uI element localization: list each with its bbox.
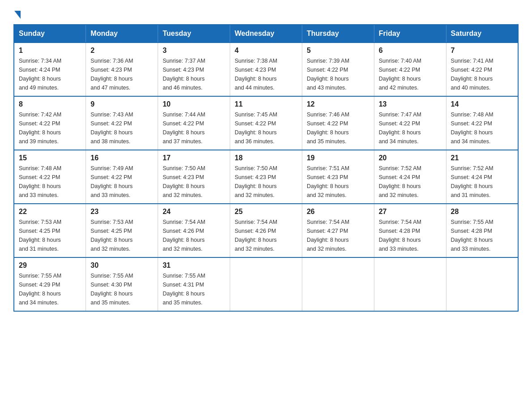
calendar-cell: 28 Sunrise: 7:55 AM Sunset: 4:28 PM Dayl…: [446, 204, 518, 257]
calendar-cell: 14 Sunrise: 7:48 AM Sunset: 4:22 PM Dayl…: [446, 96, 518, 150]
day-number: 19: [307, 154, 369, 162]
day-number: 30: [90, 261, 153, 270]
day-info: Sunrise: 7:52 AM Sunset: 4:24 PM Dayligh…: [451, 164, 513, 200]
calendar-cell: [230, 257, 302, 311]
day-number: 27: [379, 208, 442, 216]
calendar-header-tuesday: Tuesday: [158, 25, 230, 43]
calendar-cell: 3 Sunrise: 7:37 AM Sunset: 4:23 PM Dayli…: [158, 43, 230, 96]
calendar-header-saturday: Saturday: [446, 25, 518, 43]
calendar-cell: 27 Sunrise: 7:54 AM Sunset: 4:28 PM Dayl…: [374, 204, 446, 257]
calendar-cell: 13 Sunrise: 7:47 AM Sunset: 4:22 PM Dayl…: [374, 96, 446, 150]
calendar-header-friday: Friday: [374, 25, 446, 43]
calendar-cell: 1 Sunrise: 7:34 AM Sunset: 4:24 PM Dayli…: [14, 43, 86, 96]
day-number: 16: [90, 154, 153, 162]
calendar-cell: 21 Sunrise: 7:52 AM Sunset: 4:24 PM Dayl…: [446, 150, 518, 204]
calendar-cell: 9 Sunrise: 7:43 AM Sunset: 4:22 PM Dayli…: [86, 96, 158, 150]
day-info: Sunrise: 7:46 AM Sunset: 4:22 PM Dayligh…: [307, 110, 369, 146]
day-info: Sunrise: 7:54 AM Sunset: 4:27 PM Dayligh…: [307, 218, 369, 253]
day-info: Sunrise: 7:51 AM Sunset: 4:23 PM Dayligh…: [307, 164, 369, 200]
day-number: 5: [307, 47, 369, 55]
calendar-cell: 10 Sunrise: 7:44 AM Sunset: 4:22 PM Dayl…: [158, 96, 230, 150]
day-info: Sunrise: 7:41 AM Sunset: 4:22 PM Dayligh…: [451, 56, 513, 92]
day-number: 18: [235, 154, 297, 162]
day-info: Sunrise: 7:39 AM Sunset: 4:22 PM Dayligh…: [307, 56, 369, 92]
calendar-header-thursday: Thursday: [302, 25, 374, 43]
calendar-cell: 8 Sunrise: 7:42 AM Sunset: 4:22 PM Dayli…: [14, 96, 86, 150]
calendar-header-sunday: Sunday: [14, 25, 86, 43]
day-info: Sunrise: 7:54 AM Sunset: 4:26 PM Dayligh…: [163, 218, 225, 253]
day-info: Sunrise: 7:40 AM Sunset: 4:22 PM Dayligh…: [379, 56, 442, 92]
calendar-cell: 2 Sunrise: 7:36 AM Sunset: 4:23 PM Dayli…: [86, 43, 158, 96]
day-info: Sunrise: 7:50 AM Sunset: 4:23 PM Dayligh…: [163, 164, 225, 200]
day-info: Sunrise: 7:53 AM Sunset: 4:25 PM Dayligh…: [19, 218, 81, 253]
calendar-cell: 31 Sunrise: 7:55 AM Sunset: 4:31 PM Dayl…: [158, 257, 230, 311]
calendar-cell: 7 Sunrise: 7:41 AM Sunset: 4:22 PM Dayli…: [446, 43, 518, 96]
day-number: 12: [307, 100, 369, 108]
day-number: 11: [235, 100, 297, 108]
calendar-cell: 16 Sunrise: 7:49 AM Sunset: 4:22 PM Dayl…: [86, 150, 158, 204]
calendar-cell: 11 Sunrise: 7:45 AM Sunset: 4:22 PM Dayl…: [230, 96, 302, 150]
day-number: 3: [163, 47, 225, 55]
day-number: 22: [19, 208, 81, 216]
calendar-cell: [374, 257, 446, 311]
calendar-week-row: 22 Sunrise: 7:53 AM Sunset: 4:25 PM Dayl…: [14, 204, 518, 257]
page-header: [13, 9, 519, 16]
day-info: Sunrise: 7:48 AM Sunset: 4:22 PM Dayligh…: [451, 110, 513, 146]
day-number: 10: [163, 100, 225, 108]
day-number: 13: [379, 100, 442, 108]
day-info: Sunrise: 7:54 AM Sunset: 4:28 PM Dayligh…: [379, 218, 442, 253]
calendar-cell: 17 Sunrise: 7:50 AM Sunset: 4:23 PM Dayl…: [158, 150, 230, 204]
calendar-cell: 30 Sunrise: 7:55 AM Sunset: 4:30 PM Dayl…: [86, 257, 158, 311]
calendar-header-row: SundayMondayTuesdayWednesdayThursdayFrid…: [14, 25, 518, 43]
day-info: Sunrise: 7:47 AM Sunset: 4:22 PM Dayligh…: [379, 110, 442, 146]
calendar-cell: 4 Sunrise: 7:38 AM Sunset: 4:23 PM Dayli…: [230, 43, 302, 96]
calendar-cell: 12 Sunrise: 7:46 AM Sunset: 4:22 PM Dayl…: [302, 96, 374, 150]
day-number: 14: [451, 100, 513, 108]
day-number: 26: [307, 208, 369, 216]
day-number: 15: [19, 154, 81, 162]
day-info: Sunrise: 7:36 AM Sunset: 4:23 PM Dayligh…: [90, 56, 153, 92]
day-number: 20: [379, 154, 442, 162]
day-info: Sunrise: 7:37 AM Sunset: 4:23 PM Dayligh…: [163, 56, 225, 92]
day-number: 1: [19, 47, 81, 55]
day-info: Sunrise: 7:42 AM Sunset: 4:22 PM Dayligh…: [19, 110, 81, 146]
day-info: Sunrise: 7:55 AM Sunset: 4:30 PM Dayligh…: [90, 271, 153, 307]
day-info: Sunrise: 7:55 AM Sunset: 4:28 PM Dayligh…: [451, 218, 513, 253]
calendar-cell: 22 Sunrise: 7:53 AM Sunset: 4:25 PM Dayl…: [14, 204, 86, 257]
calendar-cell: 26 Sunrise: 7:54 AM Sunset: 4:27 PM Dayl…: [302, 204, 374, 257]
calendar-week-row: 15 Sunrise: 7:48 AM Sunset: 4:22 PM Dayl…: [14, 150, 518, 204]
calendar-week-row: 29 Sunrise: 7:55 AM Sunset: 4:29 PM Dayl…: [14, 257, 518, 311]
day-number: 31: [163, 261, 225, 270]
day-number: 2: [90, 47, 153, 55]
logo: [13, 9, 21, 16]
calendar-table: SundayMondayTuesdayWednesdayThursdayFrid…: [13, 24, 519, 312]
day-info: Sunrise: 7:53 AM Sunset: 4:25 PM Dayligh…: [90, 218, 153, 253]
day-info: Sunrise: 7:54 AM Sunset: 4:26 PM Dayligh…: [235, 218, 297, 253]
calendar-cell: 23 Sunrise: 7:53 AM Sunset: 4:25 PM Dayl…: [86, 204, 158, 257]
day-info: Sunrise: 7:55 AM Sunset: 4:31 PM Dayligh…: [163, 271, 225, 307]
calendar-cell: 20 Sunrise: 7:52 AM Sunset: 4:24 PM Dayl…: [374, 150, 446, 204]
calendar-cell: 29 Sunrise: 7:55 AM Sunset: 4:29 PM Dayl…: [14, 257, 86, 311]
day-info: Sunrise: 7:34 AM Sunset: 4:24 PM Dayligh…: [19, 56, 81, 92]
day-number: 24: [163, 208, 225, 216]
day-info: Sunrise: 7:38 AM Sunset: 4:23 PM Dayligh…: [235, 56, 297, 92]
calendar-cell: [446, 257, 518, 311]
day-info: Sunrise: 7:43 AM Sunset: 4:22 PM Dayligh…: [90, 110, 153, 146]
day-number: 6: [379, 47, 442, 55]
calendar-cell: 24 Sunrise: 7:54 AM Sunset: 4:26 PM Dayl…: [158, 204, 230, 257]
day-info: Sunrise: 7:49 AM Sunset: 4:22 PM Dayligh…: [90, 164, 153, 200]
calendar-cell: 18 Sunrise: 7:50 AM Sunset: 4:23 PM Dayl…: [230, 150, 302, 204]
calendar-cell: 5 Sunrise: 7:39 AM Sunset: 4:22 PM Dayli…: [302, 43, 374, 96]
calendar-week-row: 1 Sunrise: 7:34 AM Sunset: 4:24 PM Dayli…: [14, 43, 518, 96]
day-info: Sunrise: 7:50 AM Sunset: 4:23 PM Dayligh…: [235, 164, 297, 200]
day-number: 21: [451, 154, 513, 162]
calendar-header-monday: Monday: [86, 25, 158, 43]
day-number: 9: [90, 100, 153, 108]
day-info: Sunrise: 7:45 AM Sunset: 4:22 PM Dayligh…: [235, 110, 297, 146]
day-info: Sunrise: 7:52 AM Sunset: 4:24 PM Dayligh…: [379, 164, 442, 200]
calendar-cell: 25 Sunrise: 7:54 AM Sunset: 4:26 PM Dayl…: [230, 204, 302, 257]
day-number: 4: [235, 47, 297, 55]
day-number: 29: [19, 261, 81, 270]
logo-arrow-icon: [14, 11, 21, 19]
day-number: 17: [163, 154, 225, 162]
